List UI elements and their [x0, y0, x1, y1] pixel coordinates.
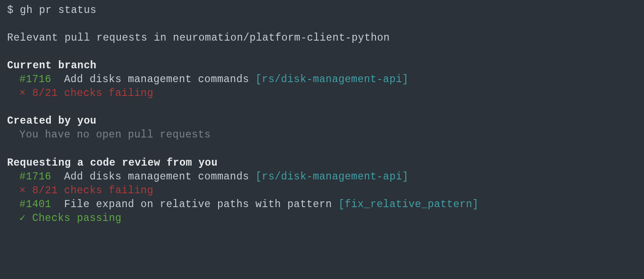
status-text: Checks passing [32, 212, 121, 224]
empty-state-text: You have no open pull requests [7, 128, 637, 142]
section-header-current-branch: Current branch [7, 59, 637, 73]
pr-entry: #1716 Add disks management commands [rs/… [7, 170, 637, 184]
pr-number: #1716 [20, 171, 52, 183]
pr-status-failing: × 8/21 checks failing [7, 184, 637, 198]
pr-branch: [fix_relative_pattern] [339, 199, 479, 210]
cross-icon: × [20, 87, 26, 99]
status-text: 8/21 checks failing [32, 87, 153, 99]
section-header-created-by-you: Created by you [7, 114, 637, 128]
command-prompt: $ gh pr status [7, 4, 637, 17]
section-header-requesting-review: Requesting a code review from you [7, 156, 637, 170]
pr-entry: #1716 Add disks management commands [rs/… [7, 73, 637, 87]
pr-branch: [rs/disk-management-api] [256, 74, 409, 85]
pr-status-failing: × 8/21 checks failing [7, 87, 637, 100]
pr-number: #1716 [20, 74, 52, 85]
cross-icon: × [20, 185, 26, 196]
pr-number: #1401 [20, 199, 52, 210]
check-icon: ✓ [20, 212, 26, 224]
blank-line [7, 45, 637, 59]
status-text: 8/21 checks failing [32, 185, 153, 196]
pr-status-passing: ✓ Checks passing [7, 212, 637, 225]
pr-title: File expand on relative paths with patte… [64, 199, 332, 210]
pr-title: Add disks management commands [64, 74, 249, 85]
pr-entry: #1401 File expand on relative paths with… [7, 198, 637, 212]
pr-branch: [rs/disk-management-api] [256, 171, 409, 183]
summary-text: Relevant pull requests in neuromation/pl… [7, 31, 637, 45]
blank-line [7, 142, 637, 156]
pr-title: Add disks management commands [64, 171, 249, 183]
blank-line [7, 17, 637, 31]
blank-line [7, 100, 637, 114]
